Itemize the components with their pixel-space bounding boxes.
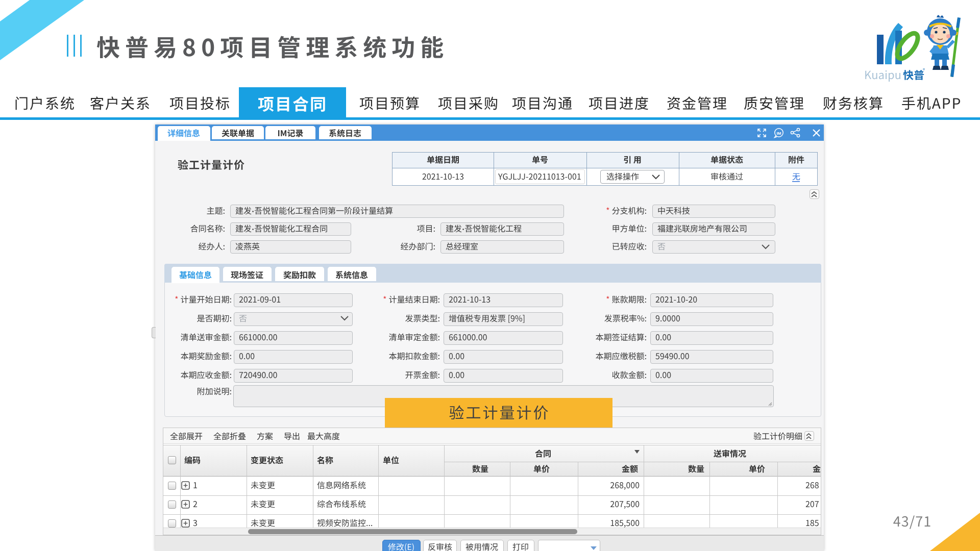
- svg-text:IM: IM: [777, 131, 781, 136]
